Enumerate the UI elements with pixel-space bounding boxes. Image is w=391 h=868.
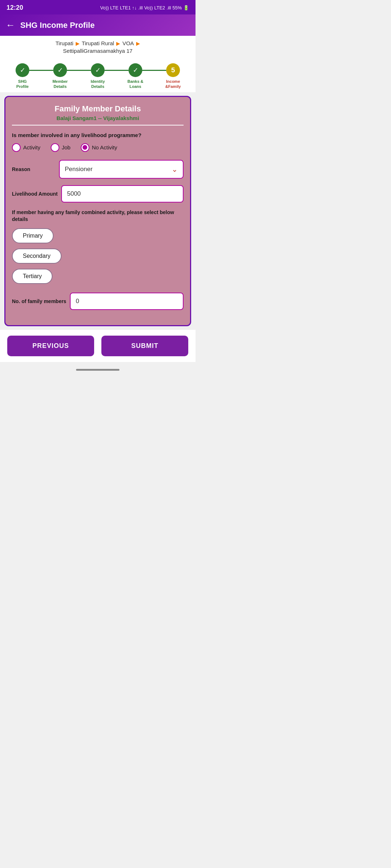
- step-3-circle: ✓: [91, 63, 105, 77]
- family-members-input[interactable]: [70, 293, 184, 310]
- app-header: ← SHG Income Profile: [0, 14, 196, 36]
- breadcrumb-level1: Tirupati: [55, 40, 73, 46]
- breadcrumb-level4: SettipalliGramasamakhya 17: [6, 48, 190, 54]
- livelihood-amount-row: Livelihood Amount: [12, 185, 184, 203]
- back-button[interactable]: ←: [6, 20, 15, 31]
- radio-activity[interactable]: Activity: [12, 143, 41, 152]
- form-card: Family Member Details Balaji Sangam1 -- …: [4, 96, 191, 326]
- reason-select[interactable]: Pensioner ⌄: [59, 160, 184, 179]
- network-icon2: Vo)): [144, 5, 153, 10]
- breadcrumb-arrow3: ▶: [136, 41, 140, 46]
- breadcrumb-arrow1: ▶: [76, 41, 80, 46]
- radio-activity-circle[interactable]: [12, 143, 21, 152]
- submit-button[interactable]: SUBMIT: [101, 336, 188, 356]
- reason-label: Reason: [12, 166, 55, 172]
- secondary-button[interactable]: Secondary: [12, 248, 62, 264]
- step-2-label: MemberDetails: [52, 79, 68, 89]
- form-card-title: Family Member Details: [12, 104, 184, 114]
- status-icons: Vo)) LTE LTE1 ↑↓ .ill Vo)) LTE2 .ill 55%…: [100, 5, 189, 10]
- page-title: SHG Income Profile: [20, 21, 94, 30]
- step-5-circle: 5: [166, 63, 180, 77]
- radio-no-activity-circle[interactable]: [81, 143, 89, 152]
- status-time: 12:20: [7, 4, 23, 12]
- activity-buttons: Primary Secondary Tertiary: [12, 228, 184, 289]
- form-card-subtitle: Balaji Sangam1 -- Vijayalakshmi: [12, 115, 184, 125]
- step-1: ✓ SHGProfile: [4, 63, 41, 89]
- livelihood-amount-input[interactable]: [61, 185, 184, 203]
- step-5-label: Income&Family: [165, 79, 181, 89]
- breadcrumb-level3: VOA: [122, 40, 134, 46]
- radio-no-activity-inner: [83, 145, 87, 150]
- primary-button[interactable]: Primary: [12, 228, 54, 243]
- status-bar: 12:20 Vo)) LTE LTE1 ↑↓ .ill Vo)) LTE2 .i…: [0, 0, 196, 14]
- battery-icon: 55% 🔋: [172, 5, 189, 10]
- livelihood-amount-label: Livelihood Amount: [12, 191, 58, 197]
- step-4-circle: ✓: [129, 63, 142, 77]
- chevron-down-icon: ⌄: [172, 165, 178, 174]
- family-members-row: No. of family members: [12, 293, 184, 310]
- radio-activity-label: Activity: [23, 144, 41, 150]
- radio-no-activity-label: No Activity: [92, 144, 117, 150]
- signal-icon2: .ill: [167, 5, 171, 10]
- bottom-nav: PREVIOUS SUBMIT: [0, 330, 196, 362]
- radio-group: Activity Job No Activity: [12, 143, 184, 152]
- breadcrumb-arrow2: ▶: [116, 41, 120, 46]
- radio-job-label: Job: [62, 144, 71, 150]
- tertiary-button[interactable]: Tertiary: [12, 269, 52, 284]
- reason-value: Pensioner: [65, 166, 93, 173]
- home-bar: [76, 369, 119, 371]
- step-3-label: IdentityDetails: [91, 79, 105, 89]
- radio-no-activity[interactable]: No Activity: [81, 143, 117, 152]
- step-1-circle: ✓: [16, 63, 29, 77]
- combined-activity-notice: If member having any family combined act…: [12, 209, 184, 223]
- reason-row: Reason Pensioner ⌄: [12, 160, 184, 179]
- breadcrumb: Tirupati ▶ Tirupati Rural ▶ VOA ▶ Settip…: [0, 36, 196, 58]
- step-4: ✓ Banks &Loans: [117, 63, 154, 89]
- step-2: ✓ MemberDetails: [41, 63, 79, 89]
- lte2-label: LTE2: [154, 5, 165, 10]
- step-2-circle: ✓: [53, 63, 67, 77]
- livelihood-question: Is member involved in any livelihood pro…: [12, 132, 184, 138]
- family-members-label: No. of family members: [12, 298, 66, 304]
- breadcrumb-level2: Tirupati Rural: [82, 40, 114, 46]
- step-3: ✓ IdentityDetails: [79, 63, 117, 89]
- step-1-label: SHGProfile: [16, 79, 29, 89]
- step-4-label: Banks &Loans: [127, 79, 143, 89]
- radio-job[interactable]: Job: [51, 143, 71, 152]
- step-5: 5 Income&Family: [154, 63, 192, 89]
- previous-button[interactable]: PREVIOUS: [7, 336, 94, 356]
- network-icon: Vo)) LTE: [100, 5, 118, 10]
- stepper: ✓ SHGProfile ✓ MemberDetails ✓ IdentityD…: [0, 58, 196, 92]
- home-indicator: [0, 362, 196, 374]
- signal-icon1: .ill: [138, 5, 143, 10]
- lte-label: LTE1 ↑↓: [120, 5, 137, 10]
- radio-job-circle[interactable]: [51, 143, 59, 152]
